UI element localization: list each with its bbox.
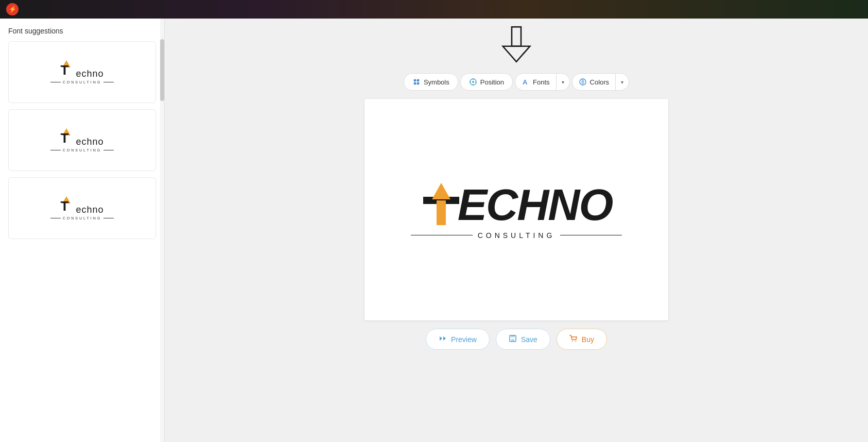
scrollbar-track [160, 19, 164, 442]
fonts-dropdown[interactable]: A Fonts ▾ [515, 73, 570, 91]
buy-button[interactable]: Buy [557, 329, 607, 350]
mini-logo-main-1: T echno [60, 60, 103, 79]
position-button[interactable]: Position [460, 73, 513, 91]
fonts-label: Fonts [533, 78, 550, 86]
font-card-1[interactable]: T echno CONSULTING [8, 41, 156, 103]
main-techno-text: ECHNO [458, 182, 613, 227]
mini-consulting-2: CONSULTING [50, 148, 114, 152]
topbar: ⚡ [0, 0, 868, 19]
mini-t-letter-1: T [60, 63, 68, 77]
main-consulting-line-right [560, 235, 622, 236]
symbols-label: Symbols [424, 78, 449, 86]
main-t-wrap [421, 180, 462, 229]
colors-dropdown-arrow[interactable]: ▾ [616, 75, 629, 89]
content-area: Symbols Position A Fonts ▾ [165, 19, 868, 442]
save-icon [509, 334, 517, 344]
preview-button[interactable]: Preview [426, 329, 490, 350]
sidebar: Font suggestions T echno CONSULTING [0, 19, 165, 442]
svg-text:A: A [523, 78, 528, 86]
buy-icon [569, 334, 578, 344]
main-consulting-text: CONSULTING [478, 231, 555, 240]
svg-point-18 [575, 341, 576, 342]
mini-consulting-1: CONSULTING [50, 80, 114, 84]
action-bar: Preview Save Buy [426, 329, 607, 350]
svg-point-17 [572, 341, 573, 342]
preview-icon [439, 334, 447, 344]
mini-t-letter-3: T [60, 199, 68, 213]
colors-button[interactable]: Colors [572, 74, 616, 90]
mini-t-icon-1: T [60, 60, 75, 77]
fonts-icon: A [522, 78, 530, 86]
logo-canvas: ECHNO CONSULTING [364, 99, 668, 320]
colors-dropdown[interactable]: Colors ▾ [572, 73, 630, 91]
colors-label: Colors [590, 78, 610, 86]
scrollbar-thumb[interactable] [160, 39, 164, 101]
mini-techno-label-1: echno [76, 69, 103, 79]
main-t-arrow-up [432, 183, 450, 199]
main-t-stem [437, 200, 446, 225]
main-logo-top: ECHNO [421, 180, 613, 229]
down-arrow-icon [501, 24, 532, 65]
svg-rect-0 [512, 27, 521, 46]
main-consulting-row: CONSULTING [411, 231, 622, 240]
sidebar-title: Font suggestions [0, 19, 164, 41]
mini-logo-3: T echno CONSULTING [50, 196, 114, 220]
main-area: Font suggestions T echno CONSULTING [0, 19, 868, 442]
fonts-dropdown-arrow[interactable]: ▾ [557, 75, 569, 89]
font-card-3[interactable]: T echno CONSULTING [8, 177, 156, 239]
svg-point-5 [416, 82, 419, 85]
fonts-button[interactable]: A Fonts [515, 74, 557, 90]
mini-logo-main-3: T echno [60, 196, 103, 215]
font-card-2[interactable]: T echno CONSULTING [8, 109, 156, 171]
sidebar-scroll[interactable]: T echno CONSULTING T echno [0, 41, 164, 442]
position-label: Position [480, 78, 504, 86]
svg-marker-1 [503, 46, 530, 62]
position-icon [469, 78, 477, 86]
buy-label: Buy [582, 335, 594, 344]
svg-point-3 [416, 79, 419, 82]
svg-rect-15 [511, 339, 514, 342]
save-button[interactable]: Save [496, 329, 550, 350]
mini-techno-label-3: echno [76, 205, 103, 215]
svg-rect-16 [511, 335, 515, 337]
main-consulting-line-left [411, 235, 473, 236]
toolbar: Symbols Position A Fonts ▾ [404, 73, 629, 91]
symbols-button[interactable]: Symbols [404, 73, 458, 91]
svg-point-4 [413, 82, 416, 85]
mini-logo-2: T echno CONSULTING [50, 128, 114, 152]
mini-consulting-3: CONSULTING [50, 216, 114, 220]
svg-point-7 [472, 81, 474, 83]
mini-techno-label-2: echno [76, 137, 103, 147]
mini-t-icon-3: T [60, 196, 75, 213]
mini-t-letter-2: T [60, 131, 68, 145]
lightning-icon: ⚡ [9, 6, 16, 13]
colors-icon [579, 78, 587, 86]
svg-point-2 [413, 79, 416, 82]
symbols-icon [412, 78, 421, 86]
app-logo[interactable]: ⚡ [6, 3, 19, 15]
main-logo: ECHNO CONSULTING [411, 180, 622, 240]
save-label: Save [521, 335, 537, 344]
mini-t-icon-2: T [60, 128, 75, 145]
mini-logo-1: T echno CONSULTING [50, 60, 114, 84]
mini-logo-main-2: T echno [60, 128, 103, 147]
down-arrow-container [501, 24, 532, 65]
preview-label: Preview [451, 335, 477, 344]
